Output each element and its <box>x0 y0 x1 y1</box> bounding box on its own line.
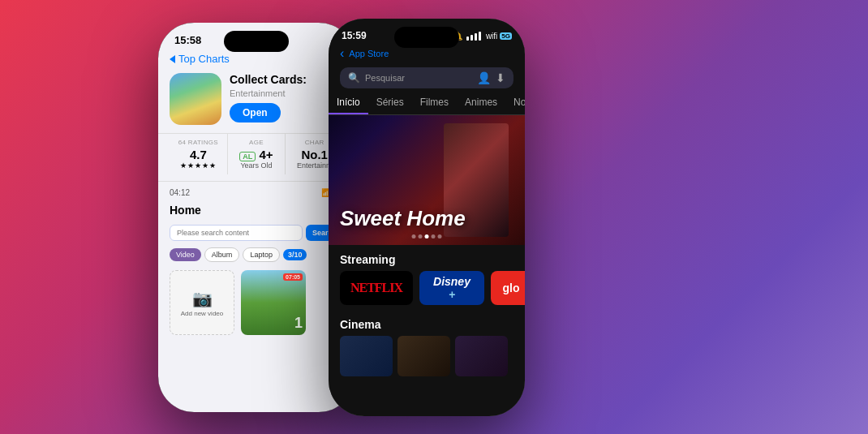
dynamic-island-left <box>224 31 289 52</box>
dot-2 <box>419 234 423 238</box>
cinema-card-1[interactable] <box>340 336 393 376</box>
netflix-logo[interactable]: NETFLIX <box>340 271 413 305</box>
search-input[interactable] <box>170 225 303 241</box>
tab-inicio[interactable]: Início <box>329 92 368 114</box>
cinema-card-3[interactable] <box>455 336 508 376</box>
stats-row: 64 RATINGS 4.7 ★★★★★ AGE AL 4+ Years Old… <box>158 133 355 182</box>
dynamic-island-right <box>394 27 459 48</box>
camera-icon: 📷 <box>192 289 213 308</box>
back-arrow-icon[interactable]: ‹ <box>340 46 344 61</box>
profile-icon[interactable]: 👤 <box>477 71 491 84</box>
filter-album[interactable]: Album <box>204 247 240 262</box>
tab-novel[interactable]: Novel. <box>505 92 525 114</box>
signal-icon <box>466 32 482 41</box>
soccer-card[interactable]: 07:05 1 <box>241 270 306 335</box>
age-label: AGE <box>228 139 286 146</box>
age-sub: Years Old <box>228 161 286 170</box>
right-time: 15:59 <box>342 30 367 41</box>
right-screen: 15:59 🔔 wifi 5G ‹ App Store 🔍 Pesquisar … <box>329 19 525 416</box>
download-icon[interactable]: ⬇ <box>496 71 505 84</box>
search-bar: Search <box>170 225 343 241</box>
inner-time: 04:12 <box>170 188 190 197</box>
search-placeholder: Pesquisar <box>365 73 472 83</box>
app-icon-inner <box>170 73 221 125</box>
filter-video[interactable]: Video <box>170 248 201 261</box>
filter-badge: 3/10 <box>283 249 307 260</box>
app-icon <box>170 73 221 125</box>
tab-series[interactable]: Séries <box>368 92 412 114</box>
ratings-value: 4.7 <box>170 148 227 161</box>
cinema-row <box>329 336 525 376</box>
add-video-card[interactable]: 📷 Add new video <box>170 270 234 335</box>
number-badge: 1 <box>294 315 303 332</box>
wifi-icon: wifi <box>486 32 497 41</box>
age-badge: AL <box>239 152 256 161</box>
add-video-label: Add new video <box>181 310 223 317</box>
right-status-icons: 🔔 wifi 5G <box>453 32 512 41</box>
app-name: Collect Cards: <box>230 73 343 87</box>
cinema-section: Cinema <box>329 305 525 376</box>
dot-1 <box>412 234 416 238</box>
back-nav[interactable]: Top Charts <box>158 49 355 68</box>
app-header: Collect Cards: Entertainment Open <box>158 68 355 133</box>
filter-laptop[interactable]: Laptop <box>243 247 280 262</box>
hero-title: Sweet Home <box>340 208 466 229</box>
tabs-row: Início Séries Filmes Animes Novel. <box>329 92 525 115</box>
5g-badge: 5G <box>500 32 512 40</box>
left-time: 15:58 <box>174 34 201 46</box>
hero-banner: Sweet Home <box>329 115 525 245</box>
cinema-title: Cinema <box>329 310 525 336</box>
dot-4 <box>432 234 436 238</box>
back-nav-label: Top Charts <box>178 53 230 65</box>
search-icon: 🔍 <box>348 72 360 84</box>
stars: ★★★★★ <box>170 161 227 170</box>
left-screen: 15:58 ✔ Top Charts Collect Cards: Entert… <box>158 23 355 412</box>
age-stat: AGE AL 4+ Years Old <box>228 134 286 174</box>
inner-status: 04:12 📶 🔋 <box>158 182 355 199</box>
dot-3 <box>425 234 429 238</box>
search-bar-purple[interactable]: 🔍 Pesquisar 👤 ⬇ <box>340 67 513 88</box>
dot-5 <box>438 234 442 238</box>
streaming-row: NETFLIX Disney+ glo <box>329 271 525 305</box>
phone-left: 15:58 ✔ Top Charts Collect Cards: Entert… <box>158 23 355 412</box>
tab-filmes[interactable]: Filmes <box>412 92 457 114</box>
filter-row: Video Album Laptop 3/10 <box>158 244 355 265</box>
app-info: Collect Cards: Entertainment Open <box>230 73 343 122</box>
tab-animes[interactable]: Animes <box>457 92 505 114</box>
time-badge: 07:05 <box>283 273 303 281</box>
disney-logo[interactable]: Disney+ <box>419 271 484 305</box>
open-button[interactable]: Open <box>230 103 281 122</box>
ratings-label: 64 RATINGS <box>170 139 227 146</box>
hero-dots <box>412 234 442 238</box>
ratings-stat: 64 RATINGS 4.7 ★★★★★ <box>170 134 228 174</box>
media-grid: 📷 Add new video 07:05 1 <box>158 265 355 340</box>
home-label: Home ⊡ <box>158 199 355 221</box>
phone-right: 15:59 🔔 wifi 5G ‹ App Store 🔍 Pesquisar … <box>329 19 525 416</box>
globo-logo[interactable]: glo <box>491 271 525 305</box>
chevron-left-icon <box>170 55 175 63</box>
app-category: Entertainment <box>230 88 343 98</box>
streaming-title: Streaming <box>329 245 525 271</box>
age-value: AL 4+ <box>228 148 286 161</box>
cinema-card-2[interactable] <box>397 336 450 376</box>
app-store-label: App Store <box>349 49 389 58</box>
